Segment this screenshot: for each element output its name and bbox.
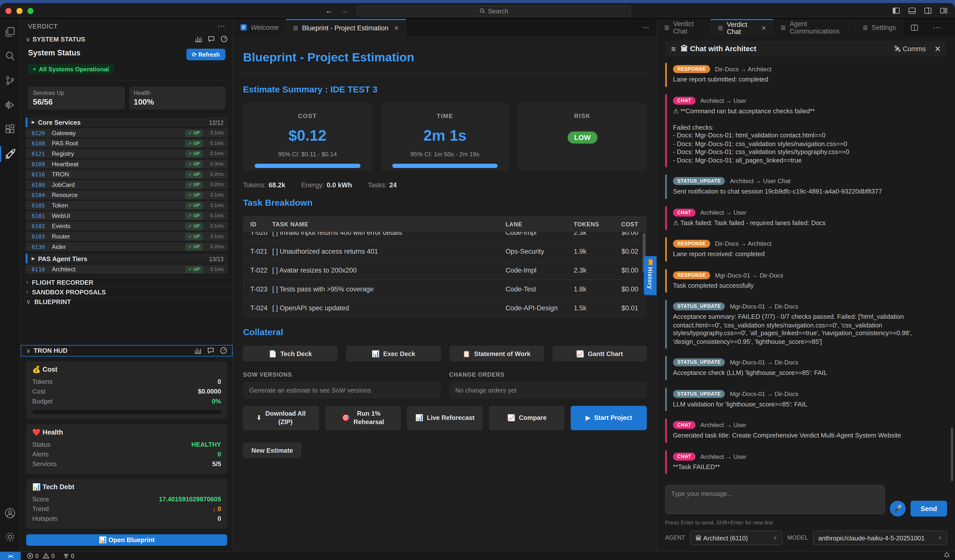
action-button[interactable]: 📊 Live Reforecast bbox=[407, 406, 483, 430]
remote-indicator[interactable]: >< bbox=[0, 552, 20, 560]
table-row[interactable]: T-020 [ ] Invalid input returns 400 with… bbox=[243, 232, 647, 242]
service-row[interactable]: 6120 Gateway ✓ UP 0.1ms bbox=[26, 128, 228, 138]
chevron-down-icon: ∨ bbox=[938, 535, 942, 540]
service-row[interactable]: 6121 Registry ✓ UP 0.1ms bbox=[26, 149, 228, 158]
group-header-pas-agent-tiers[interactable]: ▶ PAS Agent Tiers 13/13 bbox=[26, 254, 228, 264]
tab-blueprint-project-estimation[interactable]: ≣ Blueprint - Project Estimation ✕ bbox=[286, 19, 406, 36]
mic-button[interactable]: 🎤 bbox=[890, 501, 906, 516]
agent-select[interactable]: 🏛 Architect (6110) ∨ bbox=[690, 530, 783, 545]
nav-forward-icon[interactable]: → bbox=[340, 6, 348, 15]
editor-tab-actions-icon[interactable]: ⋯ bbox=[635, 23, 656, 31]
action-button[interactable]: ⬇ Download All (ZIP) bbox=[243, 406, 319, 430]
extensions-icon[interactable] bbox=[0, 123, 20, 135]
service-row[interactable]: 6130 Aider ✓ UP 0.2ms bbox=[26, 242, 228, 251]
tab-welcome[interactable]: Welcome bbox=[233, 19, 286, 36]
table-row[interactable]: T-023 [ ] Tests pass with >95% coverage … bbox=[243, 280, 647, 299]
collateral-doc-button[interactable]: 📄 Tech Deck bbox=[243, 346, 338, 362]
settings-gear-icon[interactable] bbox=[4, 531, 16, 545]
source-control-icon[interactable] bbox=[0, 75, 20, 86]
collateral-doc-button[interactable]: 📋 Statement of Work bbox=[449, 346, 544, 362]
zoom-window-button[interactable] bbox=[27, 8, 33, 14]
collateral-doc-button[interactable]: 📈 Gantt Chart bbox=[553, 346, 647, 362]
tab-verdict-chat-2[interactable]: ≣ Verdict Chat ✕ bbox=[711, 19, 774, 36]
search-sidebar-icon[interactable] bbox=[0, 50, 20, 62]
table-row[interactable]: T-022 [ ] Avatar resizes to 200x200 Code… bbox=[243, 261, 647, 280]
history-tab[interactable]: 📙 History bbox=[644, 256, 656, 295]
refresh-button[interactable]: ⟳ Refresh bbox=[186, 49, 225, 60]
broadcast-indicator[interactable]: 0 bbox=[63, 552, 74, 559]
toggle-panel-icon[interactable] bbox=[908, 7, 916, 15]
run-debug-icon[interactable] bbox=[0, 99, 20, 111]
chevron-icon: › bbox=[26, 279, 28, 285]
close-tab-icon[interactable]: ✕ bbox=[394, 25, 399, 31]
tab-settings[interactable]: ≣ Settings bbox=[856, 19, 903, 36]
send-button[interactable]: Send bbox=[911, 501, 947, 516]
comment-icon[interactable] bbox=[208, 35, 215, 42]
sidebar-title: VERDICT bbox=[28, 22, 58, 29]
service-row[interactable]: 6105 Token ✓ UP 0.1ms bbox=[26, 201, 228, 210]
problems-indicator[interactable]: 0 0 bbox=[27, 552, 55, 559]
action-button[interactable]: ▶ Start Project bbox=[571, 406, 647, 430]
comms-button[interactable]: 🛰 Comms bbox=[894, 45, 926, 52]
sidebar-section-header[interactable]: ∨ BLUEPRINT bbox=[20, 296, 233, 306]
close-tab-icon[interactable]: ✕ bbox=[761, 25, 767, 31]
message-type-badge: RESPONSE bbox=[673, 271, 710, 279]
table-row[interactable]: T-021 [ ] Unauthorized access returns 40… bbox=[243, 242, 647, 261]
sidebar-section-header[interactable]: › SANDBOX PROPOSALS bbox=[20, 287, 233, 296]
task-cost: $0.00 bbox=[612, 267, 647, 274]
close-chat-icon[interactable]: ✕ bbox=[935, 44, 941, 53]
accounts-icon[interactable] bbox=[4, 507, 16, 521]
service-name: Registry bbox=[52, 150, 181, 157]
model-select[interactable]: anthropic/claude-haiku-4-5-20251001 ∨ bbox=[813, 530, 947, 545]
close-window-button[interactable] bbox=[5, 8, 11, 14]
explorer-icon[interactable] bbox=[0, 26, 20, 38]
service-row[interactable]: 6103 Router ✓ UP 0.1ms bbox=[26, 232, 228, 241]
gauge-icon[interactable] bbox=[220, 347, 227, 354]
notifications-bell-icon[interactable] bbox=[943, 552, 950, 560]
menu-icon[interactable]: ≡ bbox=[671, 44, 676, 53]
service-row[interactable]: 6102 Events ✓ UP 0.1ms bbox=[26, 222, 228, 231]
toggle-primary-sidebar-icon[interactable] bbox=[892, 7, 900, 15]
page-title: Blueprint - Project Estimation bbox=[243, 50, 647, 64]
service-row[interactable]: 6116 TRON ✓ UP 0.2ms bbox=[26, 170, 228, 179]
sidebar-more-actions-icon[interactable]: ⋯ bbox=[218, 22, 225, 30]
service-row[interactable]: 6110 Architect ✓ UP 0.1ms bbox=[26, 265, 228, 274]
new-estimate-button[interactable]: New Estimate bbox=[243, 442, 301, 458]
action-button[interactable]: 🎯 Run 1% Rehearsal bbox=[325, 406, 401, 430]
chart-icon[interactable] bbox=[194, 347, 202, 354]
tab-agent-communications[interactable]: ≣ Agent Communications bbox=[774, 19, 856, 36]
sidebar-section-header[interactable]: › FLIGHT RECORDER bbox=[20, 277, 233, 287]
table-row[interactable]: T-024 [ ] OpenAPI spec updated Code-API-… bbox=[243, 299, 647, 318]
action-button[interactable]: 📈 Compare bbox=[489, 406, 565, 430]
budget-progress-bar bbox=[32, 410, 221, 413]
group-header-core-services[interactable]: ▶ Core Services 12/12 bbox=[26, 117, 228, 127]
open-blueprint-button[interactable]: 📊 Open Blueprint bbox=[26, 534, 227, 546]
service-row[interactable]: 6180 JobCard ✓ UP 0.2ms bbox=[26, 180, 228, 189]
collateral-doc-button[interactable]: 📊 Exec Deck bbox=[346, 346, 441, 362]
verdict-rocket-icon[interactable] bbox=[0, 148, 20, 160]
service-row[interactable]: 6101 WebUI ✓ UP 0.1ms bbox=[26, 211, 228, 220]
split-editor-icon[interactable] bbox=[911, 23, 919, 31]
service-row[interactable]: 6104 Resource ✓ UP 0.1ms bbox=[26, 190, 228, 200]
service-row[interactable]: 6100 PAS Root ✓ UP 0.1ms bbox=[26, 139, 228, 148]
chat-message-input[interactable] bbox=[665, 485, 885, 514]
chat-scrollbar[interactable] bbox=[951, 427, 953, 481]
comment-icon[interactable] bbox=[207, 347, 214, 354]
minimize-window-button[interactable] bbox=[16, 8, 22, 14]
gauge-icon[interactable] bbox=[221, 35, 228, 42]
panel-more-actions-icon[interactable]: ⋯ bbox=[926, 23, 947, 31]
tron-hud-header[interactable]: ∨ TRON HUD bbox=[20, 345, 233, 356]
service-up-badge: ✓ UP bbox=[185, 212, 203, 219]
customize-layout-icon[interactable] bbox=[940, 7, 948, 15]
message-route: Architect → User bbox=[700, 422, 746, 428]
toggle-secondary-sidebar-icon[interactable] bbox=[924, 7, 932, 15]
nav-back-icon[interactable]: ← bbox=[325, 6, 333, 15]
system-status-section-header[interactable]: ∨ SYSTEM STATUS bbox=[20, 33, 233, 45]
service-port: 6101 bbox=[31, 213, 47, 218]
service-row[interactable]: 6109 Heartbeat ✓ UP 0.3ms bbox=[26, 159, 228, 169]
tron-hud: ∨ TRON HUD 💰 Cost Tokens 0 bbox=[20, 345, 233, 551]
message-route: Mgr-Docs-01 → Dir-Docs bbox=[730, 303, 798, 310]
command-center-search[interactable]: Search bbox=[357, 5, 631, 16]
tab-verdict-chat-1[interactable]: ≣ Verdict Chat bbox=[657, 19, 711, 36]
chart-icon[interactable] bbox=[195, 35, 202, 42]
